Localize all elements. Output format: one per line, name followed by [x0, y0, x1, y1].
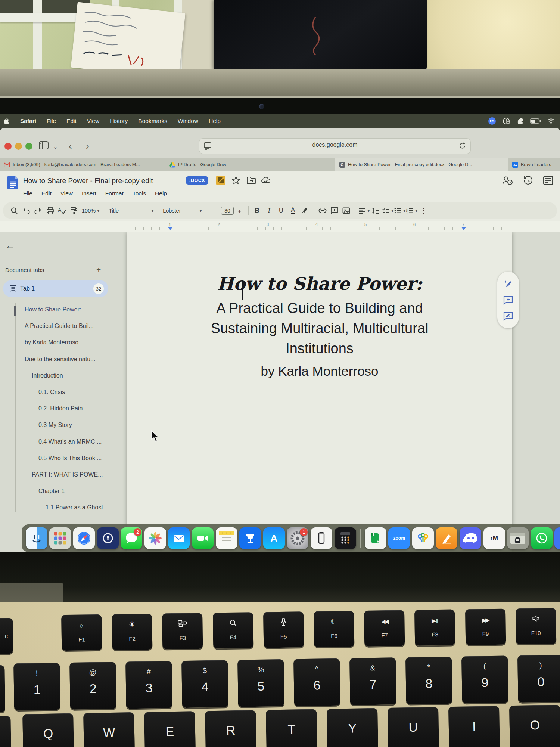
key-esc-partial[interactable]: c	[0, 618, 13, 654]
print-icon[interactable]	[44, 204, 56, 217]
dock-icon-window-preview[interactable]	[507, 527, 529, 549]
dock-icon-facetime[interactable]	[192, 527, 214, 549]
dock-icon-messages[interactable]: 2	[121, 527, 142, 549]
undo-icon[interactable]	[21, 204, 32, 217]
key-6[interactable]: ^6	[293, 658, 340, 706]
silhouette-menu-icon[interactable]	[517, 117, 523, 125]
key-f4[interactable]: F4	[213, 612, 253, 648]
outline-item[interactable]: 1.1 Power as a Ghost	[46, 504, 103, 511]
zoom-window-button[interactable]	[25, 143, 32, 150]
docs-menu-help[interactable]: Help	[150, 188, 171, 199]
dock-icon-passwords[interactable]	[412, 527, 434, 549]
redo-icon[interactable]	[32, 204, 44, 217]
underline-button[interactable]: U	[276, 204, 287, 217]
move-folder-icon[interactable]	[246, 176, 255, 185]
font-size-increase[interactable]: +	[234, 204, 245, 217]
browser-tab-3[interactable]: GHow to Share Power - Final pre-copy edi…	[335, 158, 508, 171]
zoom-app-menu-icon[interactable]: zm	[488, 117, 496, 125]
dock-icon-launchpad[interactable]	[49, 527, 71, 549]
key-3[interactable]: #3	[125, 661, 172, 709]
checklist-icon[interactable]: ▾	[382, 204, 393, 217]
apple-menu-icon[interactable]	[4, 118, 10, 125]
outline-item[interactable]: by Karla Monterroso	[25, 339, 78, 346]
docs-menu-edit[interactable]: Edit	[37, 188, 56, 199]
more-options-icon[interactable]: ⋮	[418, 204, 429, 217]
key-r[interactable]: R	[205, 710, 256, 747]
outline-item[interactable]: 0.5 Who Is This Book ...	[38, 455, 102, 462]
key-5[interactable]: %5	[237, 659, 284, 707]
outline-item[interactable]: Due to the sensitive natu...	[25, 356, 95, 363]
key-0[interactable]: )0	[517, 655, 560, 703]
outline-item[interactable]: 0.4 What’s an MRMC ...	[38, 438, 102, 445]
insert-link-icon[interactable]	[317, 204, 328, 217]
menubar-item-edit[interactable]: Edit	[61, 118, 82, 124]
forward-button[interactable]: ›	[86, 140, 89, 152]
menubar-item-window[interactable]: Window	[172, 118, 203, 124]
outline-item[interactable]: 0.1. Crisis	[38, 389, 65, 396]
outline-item[interactable]: 0.3 My Story	[38, 422, 72, 428]
key-t[interactable]: T	[266, 709, 317, 747]
numbered-list-icon[interactable]: 123▾	[406, 204, 417, 217]
line-spacing-icon[interactable]	[370, 204, 382, 217]
key-f3[interactable]: F3	[162, 613, 203, 649]
italic-button[interactable]: I	[264, 204, 275, 217]
bulleted-list-icon[interactable]: ▾	[394, 204, 405, 217]
version-history-icon[interactable]	[523, 175, 533, 186]
outline-item[interactable]: PART I: WHAT IS POWE...	[32, 471, 103, 478]
outline-item[interactable]: A Practical Guide to Buil...	[25, 323, 94, 329]
add-comment-float-icon[interactable]	[503, 296, 513, 305]
add-tab-button[interactable]: +	[96, 265, 101, 274]
search-menus-icon[interactable]	[9, 204, 20, 217]
battery-icon[interactable]	[530, 118, 541, 124]
dock-icon-appstore[interactable]: A	[263, 527, 285, 549]
menubar-item-bookmarks[interactable]: Bookmarks	[133, 118, 172, 124]
dock-icon-onepassword[interactable]	[97, 527, 119, 549]
show-outline-comments-icon[interactable]	[543, 176, 553, 185]
key-1[interactable]: !1	[13, 663, 60, 710]
address-bar[interactable]: docs.google.com	[199, 138, 471, 154]
sidebar-toggle-icon[interactable]	[39, 141, 49, 149]
key-y[interactable]: Y	[327, 708, 378, 747]
key-f8[interactable]: ▶‖F8	[414, 609, 455, 645]
align-icon[interactable]: ▾	[358, 204, 370, 217]
back-arrow-button[interactable]: ←	[5, 240, 15, 251]
docs-menu-format[interactable]: Format	[101, 188, 128, 199]
document-title[interactable]: How to Share Power - Final pre-copy edit	[23, 177, 153, 185]
minimize-window-button[interactable]	[15, 143, 22, 150]
key-f9[interactable]: ▶▶F9	[465, 609, 506, 645]
key-q[interactable]: Q	[22, 713, 74, 747]
styles-select[interactable]: Title▾	[107, 204, 155, 217]
key-f7[interactable]: ◀◀F7	[364, 610, 405, 646]
insert-image-icon[interactable]	[341, 204, 352, 217]
key-f5[interactable]: F5	[263, 611, 304, 648]
dock-icon-whatsapp[interactable]	[531, 527, 553, 549]
key-o[interactable]: O	[509, 705, 560, 747]
reload-icon[interactable]	[459, 142, 466, 150]
menubar-item-file[interactable]: File	[41, 118, 61, 124]
dock-icon-calculator[interactable]	[335, 527, 356, 549]
dock-icon-pages[interactable]	[436, 527, 457, 549]
left-indent-marker[interactable]	[168, 227, 173, 230]
key-u[interactable]: U	[388, 707, 439, 747]
presence-activity-icon[interactable]	[502, 175, 513, 186]
zoom-select[interactable]: 100%▾	[80, 204, 101, 217]
outline-item[interactable]: How to Share Power:	[25, 306, 81, 313]
font-size-decrease[interactable]: −	[209, 204, 221, 217]
dock-icon-remarkable[interactable]: rM	[483, 527, 505, 549]
key-9[interactable]: (9	[461, 655, 508, 703]
key-7[interactable]: &7	[349, 657, 396, 705]
docs-menu-view[interactable]: View	[56, 188, 77, 199]
menubar-item-view[interactable]: View	[82, 118, 105, 124]
star-document-icon[interactable]	[231, 176, 240, 185]
text-color-button[interactable]: A	[291, 207, 295, 214]
dock-icon-zoom[interactable]: zoom	[388, 527, 410, 549]
browser-tab-1[interactable]: Inbox (3,509) - karla@bravaleaders.com -…	[0, 158, 165, 171]
font-size-value[interactable]: 30	[221, 207, 234, 215]
back-button[interactable]: ‹	[69, 140, 72, 152]
key-f6[interactable]: ☾F6	[314, 611, 354, 647]
key-2[interactable]: @2	[69, 662, 116, 710]
docs-menu-insert[interactable]: Insert	[77, 188, 101, 199]
docs-menu-file[interactable]: File	[19, 188, 37, 199]
cloud-saved-icon[interactable]	[261, 176, 270, 185]
browser-tab-2[interactable]: IP Drafts - Google Drive	[165, 158, 335, 171]
